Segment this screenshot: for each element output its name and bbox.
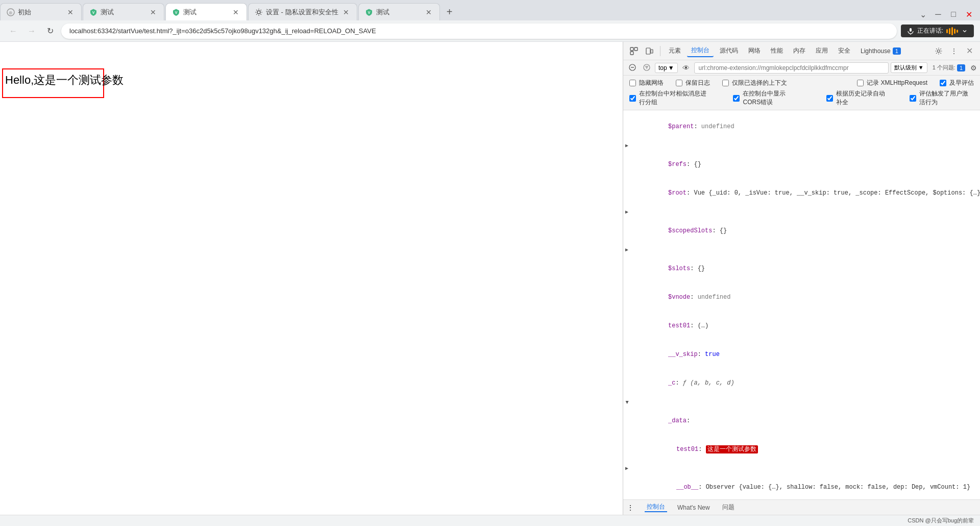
settings-icon[interactable] (932, 44, 945, 58)
checkbox-user-activation[interactable] (910, 95, 916, 102)
console-toolbar: top ▼ 👁 默认级别 ▼ 1 个问题: 1 ⚙ (623, 60, 980, 76)
checkbox-eager-evaluation[interactable] (940, 80, 946, 86)
issues-count-badge: 1 (957, 64, 965, 71)
svg-rect-11 (954, 29, 955, 34)
console-output[interactable]: $parent: undefined ▶ $refs: {} $root: Vu… (623, 110, 980, 499)
option-preserve-log[interactable]: 保留日志 (676, 79, 710, 87)
tab-close-test2[interactable]: ✕ (231, 8, 240, 17)
console-line: ▶ $slots: {} (623, 245, 980, 283)
tab-application[interactable]: 应用 (812, 45, 832, 57)
clear-console-button[interactable] (626, 63, 639, 73)
svg-rect-15 (634, 47, 638, 51)
minimize-button[interactable]: ─ (932, 8, 944, 20)
checkbox-selected-context[interactable] (722, 80, 729, 86)
svg-rect-9 (949, 28, 950, 34)
tab-close-test3[interactable]: ✕ (424, 8, 433, 17)
svg-text:V: V (368, 11, 370, 14)
option-group-similar[interactable]: 在控制台中对相似消息进行分组 (629, 89, 708, 107)
option-cors-errors[interactable]: 在控制台中显示CORS错误 (733, 89, 801, 107)
options-row-1: 隐藏网络 保留日志 仅限已选择的上下文 记录 XMLHttpRequest (629, 79, 974, 87)
tab-elements[interactable]: 元素 (665, 45, 685, 57)
bottom-tab-issues[interactable]: 问题 (720, 503, 737, 512)
checkbox-group-similar[interactable] (629, 95, 636, 102)
expand-icon (962, 28, 968, 34)
log-level-button[interactable]: 默认级别 ▼ (891, 62, 927, 73)
tab-close-initial[interactable]: ✕ (66, 8, 75, 17)
forward-button[interactable]: → (24, 24, 39, 38)
expand-arrow[interactable]: ▶ (623, 401, 631, 404)
main-area: Hello,这是一个测试参数 元素 控制台 源代码 网络 性能 内存 应用 安 (0, 42, 980, 515)
more-options-icon[interactable]: ⋮ (947, 44, 961, 58)
option-eager-evaluation[interactable]: 及早评估 (940, 79, 974, 87)
maximize-button[interactable]: □ (947, 8, 960, 20)
address-input[interactable] (61, 23, 897, 39)
hello-text: Hello,这是一个测试参数 (5, 73, 124, 88)
option-selected-context[interactable]: 仅限已选择的上下文 (722, 79, 787, 87)
tab-lighthouse[interactable]: Lighthouse 1 (856, 46, 905, 56)
tab-close-settings[interactable]: ✕ (341, 8, 351, 17)
svg-rect-14 (630, 52, 633, 55)
expand-arrow[interactable]: ▶ (625, 208, 628, 217)
console-options: 隐藏网络 保留日志 仅限已选择的上下文 记录 XMLHttpRequest (623, 76, 980, 110)
console-settings-button[interactable]: ⚙ (970, 64, 977, 72)
checkbox-xmlhttprequest[interactable] (857, 80, 864, 86)
expand-arrow[interactable]: ▶ (625, 246, 628, 255)
svg-text:V: V (92, 11, 95, 14)
option-xmlhttprequest[interactable]: 记录 XMLHttpRequest (857, 79, 927, 87)
checkbox-hide-network[interactable] (629, 80, 636, 86)
tab-test-1[interactable]: V 测试 ✕ (83, 3, 164, 20)
tab-favicon-test1: V (89, 8, 97, 16)
checkbox-autocomplete[interactable] (826, 95, 833, 102)
expand-arrow[interactable]: ▶ (625, 464, 628, 473)
tab-security[interactable]: 安全 (834, 45, 854, 57)
option-hide-network[interactable]: 隐藏网络 (629, 79, 664, 87)
tab-settings[interactable]: 设置 - 隐私设置和安全性 ✕ (248, 3, 357, 20)
svg-rect-13 (630, 47, 633, 51)
speaking-indicator: 正在讲话: (901, 25, 974, 37)
tab-network[interactable]: 网络 (744, 45, 765, 57)
option-autocomplete[interactable]: 根据历史记录自动补全 (826, 89, 886, 107)
console-line: $vnode: undefined (623, 283, 980, 312)
device-toggle-button[interactable] (643, 44, 656, 58)
checkbox-preserve-log[interactable] (676, 80, 682, 86)
tab-test-2[interactable]: V 测试 ✕ (165, 3, 247, 20)
tab-memory[interactable]: 内存 (789, 45, 810, 57)
context-dropdown[interactable]: top ▼ (655, 63, 678, 73)
lighthouse-badge: 1 (893, 47, 901, 55)
more-options-dots[interactable]: ⋮ (627, 504, 633, 511)
option-user-activation[interactable]: 评估触发了用户激活行为 (910, 89, 974, 107)
devtools-toolbar: 元素 控制台 源代码 网络 性能 内存 应用 安全 Lighthouse 1 ⋮… (623, 42, 980, 60)
reload-button[interactable]: ↻ (43, 24, 57, 38)
svg-rect-10 (951, 27, 953, 35)
tab-console[interactable]: 控制台 (687, 44, 714, 57)
speaking-waves-icon (946, 27, 959, 35)
new-tab-button[interactable]: + (441, 3, 458, 20)
expand-arrow[interactable]: ▶ (625, 141, 628, 151)
tab-favicon-initial: ⊗ (7, 8, 15, 16)
tab-performance[interactable]: 性能 (767, 45, 787, 57)
devtools-panel: 元素 控制台 源代码 网络 性能 内存 应用 安全 Lighthouse 1 ⋮… (623, 42, 980, 515)
status-bar: CSDN @只会写bug的前辈 (0, 515, 980, 526)
back-button[interactable]: ← (6, 24, 20, 38)
tab-initial[interactable]: ⊗ 初始 ✕ (0, 3, 82, 20)
tab-close-test1[interactable]: ✕ (149, 8, 158, 17)
tab-list-button[interactable]: ⌄ (917, 8, 929, 20)
console-line: ▶ $scopedSlots: {} (623, 207, 980, 245)
close-browser-button[interactable]: ✕ (963, 8, 975, 20)
tab-sources[interactable]: 源代码 (716, 45, 742, 57)
filter-input[interactable] (694, 62, 889, 74)
console-line: test01: (…) (623, 312, 980, 340)
svg-text:⊗: ⊗ (9, 10, 13, 15)
checkbox-cors-errors[interactable] (733, 95, 740, 102)
svg-rect-16 (646, 48, 650, 54)
filter-button[interactable] (641, 63, 653, 73)
close-devtools-button[interactable]: ✕ (963, 44, 976, 58)
svg-point-18 (938, 50, 940, 52)
inspect-element-button[interactable] (627, 44, 641, 58)
bottom-tab-whats-new[interactable]: What's New (675, 504, 712, 511)
eye-button[interactable]: 👁 (680, 63, 692, 73)
context-dropdown-arrow: ▼ (668, 64, 674, 71)
bottom-tab-console[interactable]: 控制台 (645, 503, 667, 512)
tab-test-3[interactable]: V 测试 ✕ (358, 3, 440, 20)
toolbar-separator (660, 46, 660, 56)
